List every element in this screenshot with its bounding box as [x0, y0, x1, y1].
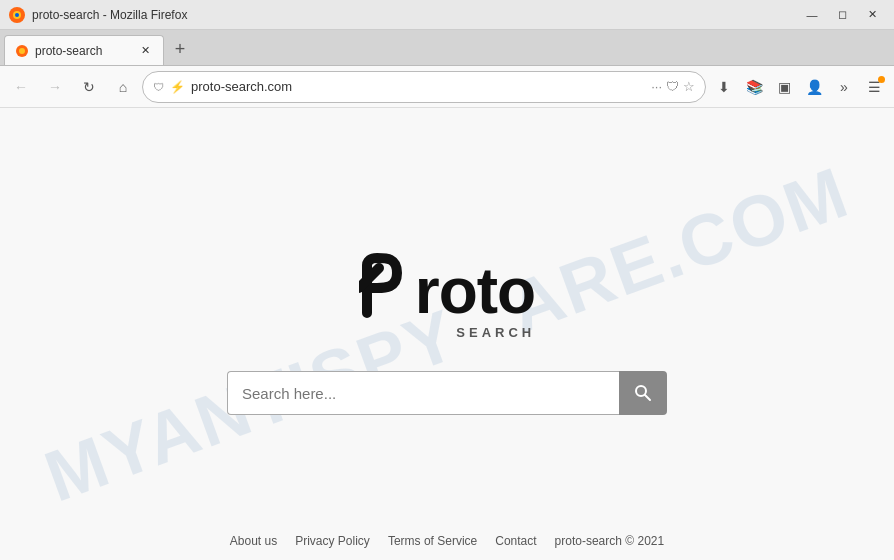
reload-button[interactable]: ↻ — [74, 72, 104, 102]
logo-area: roto SEARCH — [359, 253, 535, 341]
site-info-icon: ⚡ — [170, 80, 185, 94]
active-tab[interactable]: proto-search ✕ — [4, 35, 164, 65]
account-button[interactable]: 👤 — [800, 73, 828, 101]
logo-proto-text: roto — [415, 259, 535, 323]
minimize-button[interactable]: — — [798, 4, 826, 26]
window-title: proto-search - Mozilla Firefox — [32, 8, 187, 22]
shield-icon[interactable]: 🛡 — [666, 79, 679, 94]
footer-copyright: proto-search © 2021 — [555, 534, 665, 548]
new-tab-button[interactable]: + — [166, 35, 194, 63]
search-area — [227, 371, 667, 415]
footer-about-link[interactable]: About us — [230, 534, 277, 548]
tab-title: proto-search — [35, 44, 102, 58]
logo-p-icon — [359, 253, 417, 323]
svg-point-2 — [15, 13, 19, 17]
svg-line-6 — [645, 395, 650, 400]
window-titlebar: proto-search - Mozilla Firefox — ◻ ✕ — [0, 0, 894, 30]
page-content: MYANTISPY ARE.COM roto SEARCH — [0, 108, 894, 560]
svg-point-4 — [19, 48, 25, 54]
forward-button[interactable]: → — [40, 72, 70, 102]
footer-terms-link[interactable]: Terms of Service — [388, 534, 477, 548]
firefox-icon — [8, 6, 26, 24]
address-bar[interactable]: 🛡 ⚡ ··· 🛡 ☆ — [142, 71, 706, 103]
security-icon: 🛡 — [153, 81, 164, 93]
more-options-icon[interactable]: ··· — [651, 79, 662, 94]
logo-container: roto — [359, 253, 535, 323]
page-footer: About us Privacy Policy Terms of Service… — [0, 534, 894, 548]
tab-favicon — [15, 44, 29, 58]
synced-tabs-button[interactable]: ▣ — [770, 73, 798, 101]
footer-contact-link[interactable]: Contact — [495, 534, 536, 548]
bookmark-icon[interactable]: ☆ — [683, 79, 695, 94]
downloads-button[interactable]: ⬇ — [710, 73, 738, 101]
bookmarks-button[interactable]: 📚 — [740, 73, 768, 101]
close-button[interactable]: ✕ — [858, 4, 886, 26]
back-button[interactable]: ← — [6, 72, 36, 102]
tab-bar: proto-search ✕ + — [0, 30, 894, 66]
search-icon — [634, 384, 652, 402]
extensions-button[interactable]: » — [830, 73, 858, 101]
footer-privacy-link[interactable]: Privacy Policy — [295, 534, 370, 548]
menu-button[interactable]: ☰ — [860, 73, 888, 101]
search-input[interactable] — [227, 371, 619, 415]
home-button[interactable]: ⌂ — [108, 72, 138, 102]
tab-close-button[interactable]: ✕ — [137, 43, 153, 59]
logo-search-text: SEARCH — [456, 325, 535, 340]
footer-links: About us Privacy Policy Terms of Service… — [0, 534, 894, 548]
search-button[interactable] — [619, 371, 667, 415]
nav-bar: ← → ↻ ⌂ 🛡 ⚡ ··· 🛡 ☆ ⬇ 📚 ▣ 👤 » ☰ — [0, 66, 894, 108]
restore-button[interactable]: ◻ — [828, 4, 856, 26]
url-input[interactable] — [191, 79, 645, 94]
